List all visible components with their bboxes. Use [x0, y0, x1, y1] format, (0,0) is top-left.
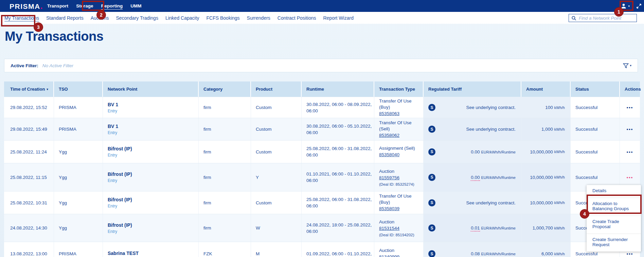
row-actions-button[interactable]: ••• [627, 251, 633, 256]
deal-id: (Deal ID: 85194202) [379, 233, 423, 237]
transaction-id-link[interactable]: 85358062 [379, 132, 399, 139]
cell-transaction-type: Assignment (Sell)85358040 [374, 141, 424, 163]
tariff-text: See underlying contract. [466, 105, 516, 110]
col-header-runtime[interactable]: Runtime [302, 81, 374, 97]
row-actions-menu: Details Allocation to Balancing Groups C… [587, 185, 641, 252]
cell-status: Successful [571, 118, 620, 140]
network-point-name: Bifrost (IP) [108, 197, 198, 202]
status-text: Successful [575, 251, 620, 256]
col-header-transaction-type[interactable]: Transaction Type [374, 81, 424, 97]
subnav-linked-capacity[interactable]: Linked Capacity [165, 15, 199, 21]
prisma-logo[interactable]: PRISMA. [10, 1, 43, 11]
cell-regulated-tariff: S0.08EUR/kWh/h/Runtime [424, 242, 521, 257]
col-header-actions: Actions [620, 81, 640, 97]
cell-network-point: Bifrost (IP)Entry [103, 141, 199, 163]
transaction-id-link[interactable]: 81531544 [379, 225, 399, 232]
cell-actions: ••• [620, 97, 640, 118]
cell-category: firm [199, 191, 251, 214]
cell-tso: PRISMA [54, 242, 103, 257]
cell-time-of-creation: 29.08.2022, 15:52 [4, 97, 54, 118]
brand-text: PRISMA [10, 2, 40, 10]
page-title: My Transactions [5, 29, 103, 44]
cell-product: W [251, 214, 302, 242]
col-header-tso[interactable]: TSO [54, 81, 103, 97]
subnav-report-wizard[interactable]: Report Wizard [323, 15, 353, 21]
menu-item-create-trade-proposal[interactable]: Create Trade Proposal [587, 216, 641, 234]
col-header-regulated-tariff[interactable]: Regulated Tariff [424, 81, 521, 97]
cell-runtime: 30.08.2022, 06:00 - 05.10.2022,06:00 [302, 118, 374, 140]
top-nav: PRISMA. Transport Storage Reporting UMM … [0, 0, 644, 12]
cell-amount: 1,000kWh/h [521, 118, 571, 140]
cell-time-of-creation: 25.08.2022, 10:31 [4, 191, 54, 214]
col-header-amount[interactable]: Amount [521, 81, 571, 97]
cell-status: Successful [571, 97, 620, 118]
network-point-direction: Entry [108, 178, 198, 183]
nav-item-transport[interactable]: Transport [47, 3, 68, 8]
menu-item-allocation-to-balancing-groups[interactable]: Allocation to Balancing Groups [587, 198, 641, 216]
status-text: Successful [575, 149, 620, 154]
row-actions-button[interactable]: ••• [627, 175, 633, 180]
cell-runtime: 24.08.2022, 18:00 - 25.08.2022,06:00 [302, 214, 374, 242]
subnav-contract-positions[interactable]: Contract Positions [278, 15, 316, 21]
row-actions-button[interactable]: ••• [627, 105, 633, 110]
transaction-id-link[interactable]: 85358039 [379, 205, 399, 212]
row-actions-button[interactable]: ••• [627, 127, 633, 132]
row-actions-button[interactable]: ••• [627, 149, 633, 154]
subnav-standard-reports[interactable]: Standard Reports [46, 15, 84, 21]
col-header-product[interactable]: Product [251, 81, 302, 97]
tariff-text: 0.01EUR/kWh/h/Runtime [471, 225, 516, 231]
annotation-badge-4: 4 [580, 209, 589, 219]
cell-network-point: BV 1Entry [103, 118, 199, 140]
table-body: 29.08.2022, 15:52 PRISMA BV 1Entry firm … [4, 97, 640, 257]
subnav-secondary-tradings[interactable]: Secondary Tradings [116, 15, 158, 21]
cell-network-point: Bifrost (IP)Entry [103, 191, 199, 214]
menu-item-create-surrender-request[interactable]: Create Surrender Request [587, 234, 641, 252]
transaction-id-link[interactable]: 81559756 [379, 175, 399, 181]
cell-tso: Ygg [54, 214, 103, 242]
transaction-id-link[interactable]: 85358040 [379, 151, 399, 158]
col-header-category[interactable]: Category [199, 81, 251, 97]
cell-category: firm [199, 163, 251, 191]
cell-amount: 10,000,000kWh/h [521, 191, 571, 214]
cell-runtime: 01.10.2021, 06:00 - 01.10.2022,06:00 [302, 163, 374, 191]
cell-transaction-type: Auction81559756(Deal ID: 85325274) [374, 163, 424, 191]
cell-amount: 1,000,700kWh/h [521, 214, 571, 242]
col-header-status[interactable]: Status [571, 81, 620, 97]
col-header-network-point[interactable]: Network Point [103, 81, 199, 97]
network-point-direction: Entry [108, 204, 198, 208]
nav-item-storage[interactable]: Storage [76, 3, 93, 8]
subnav-surrenders[interactable]: Surrenders [247, 15, 270, 21]
subnav-my-transactions[interactable]: My Transactions [4, 15, 39, 21]
cell-network-point: Bifrost (IP)Entry [103, 163, 199, 191]
table-row: 24.08.2022, 14:30 Ygg Bifrost (IP)Entry … [4, 214, 640, 242]
cell-transaction-type: Transfer Of Use (Buy)85358039 [374, 191, 424, 214]
transaction-id-link[interactable]: 85358063 [379, 110, 399, 117]
table-row: 25.08.2022, 11:15 Ygg Bifrost (IP)Entry … [4, 163, 640, 191]
cell-amount: 10,000,000kWh/h [521, 141, 571, 163]
cell-time-of-creation: 13.08.2022, 13:00 [4, 242, 54, 257]
search-input[interactable] [579, 16, 634, 21]
col-header-time-of-creation[interactable]: Time of Creation▾ [4, 81, 54, 97]
filter-menu-button[interactable]: ▾ [623, 62, 631, 69]
cell-tso: Ygg [54, 141, 103, 163]
cell-amount: 10,000,000kWh/h [521, 163, 571, 191]
cell-time-of-creation: 24.08.2022, 14:30 [4, 214, 54, 242]
subnav-fcfs-bookings[interactable]: FCFS Bookings [207, 15, 240, 21]
nav-item-reporting[interactable]: Reporting [101, 3, 123, 8]
cell-network-point: Bifrost (IP)Entry [103, 214, 199, 242]
filter-value: No Active Filter [42, 63, 623, 68]
nav-item-umm[interactable]: UMM [130, 3, 141, 8]
menu-item-details[interactable]: Details [587, 185, 641, 198]
network-point-name: BV 1 [108, 124, 198, 129]
status-text: Successful [575, 175, 620, 180]
cell-product: Custom [251, 118, 302, 140]
cell-transaction-type: Auction81531544(Deal ID: 85194202) [374, 214, 424, 242]
search-icon [571, 16, 576, 21]
tariff-text: 0.08EUR/kWh/h/Runtime [471, 251, 516, 256]
expand-icon[interactable] [636, 3, 642, 9]
transactions-table: Time of Creation▾ TSO Network Point Cate… [4, 81, 640, 257]
table-row: 13.08.2022, 13:00 PRISMA Sabrina TEST FZ… [4, 242, 640, 257]
s-indicator-icon: S [428, 250, 435, 257]
cell-actions: ••• [620, 118, 640, 140]
transaction-id-link[interactable]: 81340999 [379, 254, 399, 257]
